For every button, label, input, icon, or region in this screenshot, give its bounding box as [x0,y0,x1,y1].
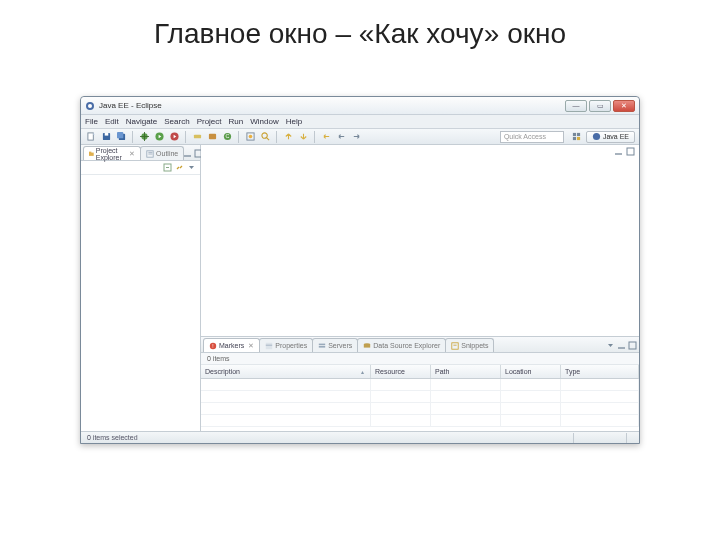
svg-rect-44 [452,342,458,348]
svg-rect-38 [266,342,272,348]
menu-window[interactable]: Window [250,117,278,126]
maximize-editor-icon[interactable] [626,147,635,156]
view-menu-icon[interactable] [187,163,196,172]
collapse-all-icon[interactable] [163,163,172,172]
titlebar[interactable]: Java EE - Eclipse — ▭ ✕ [81,97,639,115]
tab-outline[interactable]: Outline [140,146,184,160]
search-icon[interactable] [259,131,271,143]
svg-rect-2 [87,133,92,140]
minimize-editor-icon[interactable] [614,147,623,156]
minimize-view-icon[interactable] [183,149,192,158]
svg-rect-26 [89,151,91,152]
run-icon[interactable] [153,131,165,143]
bottom-tabrow: ! Markers ✕ Properties Servers Data [201,337,639,353]
menu-navigate[interactable]: Navigate [126,117,158,126]
col-location[interactable]: Location [501,365,561,378]
new-package-icon[interactable] [206,131,218,143]
svg-rect-21 [577,133,580,136]
menu-run[interactable]: Run [229,117,244,126]
tab-project-explorer[interactable]: Project Explorer ✕ [83,146,141,160]
close-icon[interactable]: ✕ [129,150,135,158]
menu-help[interactable]: Help [286,117,302,126]
statusbar: 0 items selected [81,431,639,443]
slide-title: Главное окно – «Как хочу» окно [0,0,720,60]
menu-project[interactable]: Project [197,117,222,126]
col-resource[interactable]: Resource [371,365,431,378]
svg-rect-4 [104,133,108,136]
col-type[interactable]: Type [561,365,639,378]
svg-point-17 [248,135,252,139]
svg-rect-41 [319,346,325,348]
window-title: Java EE - Eclipse [99,101,565,110]
minimize-view-icon[interactable] [617,341,626,350]
tab-data-source-explorer[interactable]: Data Source Explorer [357,338,446,352]
menubar: File Edit Navigate Search Project Run Wi… [81,115,639,129]
tab-properties[interactable]: Properties [259,338,313,352]
main-toolbar: C Quick Access Java EE [81,129,639,145]
annotation-prev-icon[interactable] [282,131,294,143]
svg-rect-40 [319,343,325,345]
markers-table[interactable]: Description▴ Resource Path Location Type [201,365,639,431]
new-server-icon[interactable] [191,131,203,143]
tab-servers[interactable]: Servers [312,338,358,352]
debug-icon[interactable] [138,131,150,143]
svg-line-19 [266,138,268,140]
menu-edit[interactable]: Edit [105,117,119,126]
menu-search[interactable]: Search [164,117,189,126]
link-editor-icon[interactable] [175,163,184,172]
close-button[interactable]: ✕ [613,100,635,112]
svg-text:C: C [225,133,229,139]
back-icon[interactable] [335,131,347,143]
annotation-next-icon[interactable] [297,131,309,143]
table-row [201,391,639,403]
run-ext-icon[interactable] [168,131,180,143]
maximize-view-icon[interactable] [628,341,637,350]
svg-rect-6 [117,132,123,138]
last-edit-icon[interactable] [320,131,332,143]
save-all-icon[interactable] [115,131,127,143]
left-tabrow: Project Explorer ✕ Outline [81,145,200,161]
sort-caret-icon: ▴ [361,368,364,375]
close-icon[interactable]: ✕ [248,342,254,350]
svg-point-1 [88,104,92,108]
tab-label: Markers [219,342,244,349]
perspective-javaee-button[interactable]: Java EE [586,131,635,143]
svg-rect-43 [364,344,370,347]
svg-point-18 [261,133,266,138]
status-text: 0 items selected [87,434,138,441]
svg-rect-23 [577,137,580,140]
svg-rect-13 [208,134,215,139]
tab-markers[interactable]: ! Markers ✕ [203,338,260,352]
tab-label: Data Source Explorer [373,342,440,349]
view-menu-icon[interactable] [606,341,615,350]
app-window: Java EE - Eclipse — ▭ ✕ File Edit Naviga… [80,96,640,444]
svg-rect-35 [627,148,634,155]
editor-area[interactable] [201,145,639,337]
table-row [201,379,639,391]
new-class-icon[interactable]: C [221,131,233,143]
app-icon [85,101,95,111]
open-perspective-icon[interactable] [571,131,583,143]
save-icon[interactable] [100,131,112,143]
tab-label: Outline [156,150,178,157]
tab-label: Properties [275,342,307,349]
col-description[interactable]: Description▴ [201,365,371,378]
table-row [201,403,639,415]
project-explorer-body[interactable] [81,175,200,431]
svg-text:!: ! [212,343,213,348]
left-pane: Project Explorer ✕ Outline [81,145,201,431]
tab-label: Servers [328,342,352,349]
svg-point-24 [593,133,600,140]
forward-icon[interactable] [350,131,362,143]
maximize-button[interactable]: ▭ [589,100,611,112]
col-path[interactable]: Path [431,365,501,378]
table-row [201,415,639,427]
tab-snippets[interactable]: Snippets [445,338,494,352]
new-icon[interactable] [85,131,97,143]
svg-rect-12 [193,135,200,139]
quick-access-input[interactable]: Quick Access [500,131,564,143]
menu-file[interactable]: File [85,117,98,126]
minimize-button[interactable]: — [565,100,587,112]
markers-items-count: 0 items [201,353,639,365]
open-type-icon[interactable] [244,131,256,143]
